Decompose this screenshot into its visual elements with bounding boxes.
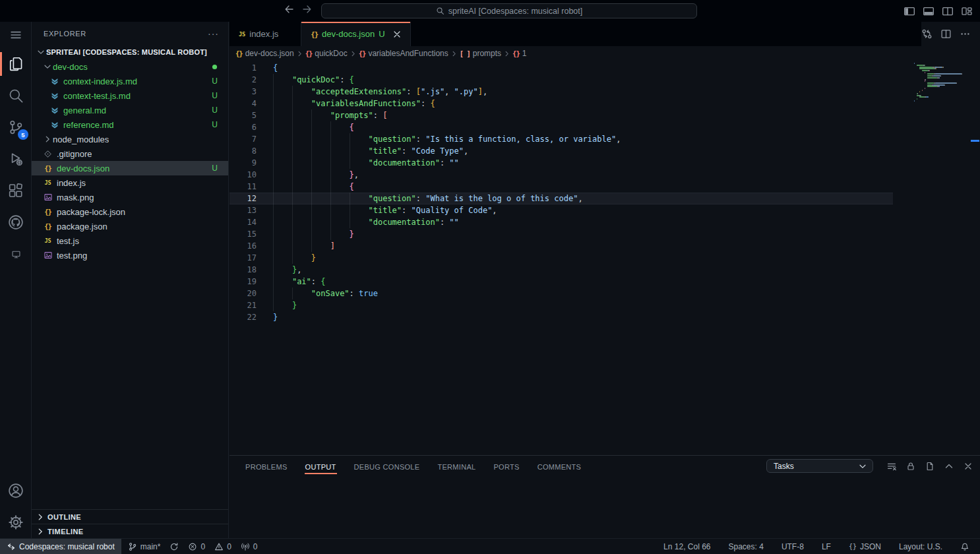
tree-folder-dev-docs[interactable]: dev-docs bbox=[32, 59, 228, 74]
open-editor-icon[interactable] bbox=[925, 461, 935, 472]
line-tokens: } bbox=[273, 301, 297, 310]
file-label: index.js bbox=[57, 178, 86, 188]
activity-search[interactable] bbox=[0, 80, 32, 111]
line-tokens: "prompts": [ bbox=[273, 111, 387, 120]
status-text: Codespaces: musical robot bbox=[19, 542, 115, 551]
tree-file-dev-docs-json[interactable]: {}dev-docs.jsonU bbox=[32, 161, 228, 175]
line-number: 14 bbox=[230, 216, 257, 228]
tree-file-test-png[interactable]: test.png bbox=[32, 248, 228, 262]
close-icon[interactable] bbox=[963, 461, 973, 472]
activity-account[interactable] bbox=[0, 475, 32, 507]
status-encoding[interactable]: UTF-8 bbox=[779, 539, 807, 554]
breadcrumb-item[interactable]: {}dev-docs.json bbox=[235, 49, 294, 58]
views-more-icon[interactable]: ··· bbox=[208, 28, 219, 39]
img-file-icon bbox=[44, 193, 53, 202]
compare-icon[interactable] bbox=[921, 28, 933, 40]
tree-file-package-json[interactable]: {}package.json bbox=[32, 219, 228, 233]
lock-icon[interactable] bbox=[905, 461, 916, 472]
overview-ruler[interactable] bbox=[971, 61, 980, 455]
breadcrumb-item[interactable]: [ ]prompts bbox=[460, 49, 501, 58]
activity-github[interactable] bbox=[0, 206, 32, 238]
split-editor-icon[interactable] bbox=[940, 28, 952, 40]
editor-pane[interactable]: 1{2 "quickDoc": {3 "acceptedExtensions":… bbox=[230, 61, 980, 455]
command-center-search[interactable]: spriteAI [Codespaces: musical robot] bbox=[321, 3, 697, 18]
tab-index-js[interactable]: JSindex.js bbox=[230, 22, 301, 46]
panel-tab-output[interactable]: OUTPUT bbox=[305, 458, 337, 475]
panel-tab-debug-console[interactable]: DEBUG CONSOLE bbox=[353, 458, 421, 475]
status-eol[interactable]: LF bbox=[819, 539, 834, 554]
breadcrumb-label: prompts bbox=[473, 49, 501, 58]
remote-icon bbox=[7, 542, 16, 551]
status-sync[interactable] bbox=[167, 539, 181, 554]
minimap[interactable] bbox=[910, 61, 971, 102]
status-keyboard-layout[interactable]: Layout: U.S. bbox=[896, 539, 945, 554]
indent-guide bbox=[350, 157, 350, 169]
tab-dev-docs-json[interactable]: {}dev-docs.jsonU bbox=[301, 22, 410, 46]
status-cursor-position[interactable]: Ln 12, Col 66 bbox=[661, 539, 713, 554]
layout-sidebar-icon[interactable] bbox=[903, 5, 916, 18]
status-ports[interactable]: 0 bbox=[238, 539, 260, 554]
code-line-10: 10 }, bbox=[230, 169, 893, 181]
activity-menu[interactable] bbox=[0, 22, 32, 48]
status-remote-indicator[interactable]: Codespaces: musical robot bbox=[0, 539, 121, 554]
status-indentation[interactable]: Spaces: 4 bbox=[726, 539, 766, 554]
md-file-icon bbox=[49, 106, 60, 115]
tree-file-index-js[interactable]: JSindex.js bbox=[32, 175, 228, 190]
close-icon[interactable] bbox=[392, 29, 402, 40]
tree-folder-node-modules[interactable]: node_modules bbox=[32, 132, 228, 146]
js-file-icon: JS bbox=[239, 31, 245, 38]
line-tokens: "question": "What is the log o of this c… bbox=[273, 194, 583, 203]
indent-guide bbox=[273, 86, 274, 98]
tree-file--gitignore[interactable]: .gitignore bbox=[32, 146, 228, 161]
line-number: 15 bbox=[230, 228, 257, 240]
status-warnings[interactable]: 0 bbox=[212, 539, 234, 554]
status-errors[interactable]: 0 bbox=[185, 539, 208, 554]
breadcrumb-item[interactable]: {}variablesAndFunctions bbox=[359, 49, 448, 58]
tree-file-package-lock-json[interactable]: {}package-lock.json bbox=[32, 204, 228, 219]
editor-actions bbox=[921, 22, 980, 46]
tree-file-test-js[interactable]: JStest.js bbox=[32, 233, 228, 248]
code-line-15: 15 } bbox=[230, 228, 893, 240]
activity-remote-window[interactable] bbox=[0, 238, 32, 270]
activity-files[interactable] bbox=[0, 48, 32, 80]
scm-changes-badge: 5 bbox=[18, 129, 28, 140]
tree-file-context-index-js-md[interactable]: context-index.js.mdU bbox=[32, 74, 228, 88]
status-branch[interactable]: main* bbox=[125, 539, 164, 554]
layout-custom-icon[interactable] bbox=[960, 5, 973, 18]
breadcrumb-item[interactable]: {}1 bbox=[512, 49, 526, 58]
tree-file-general-md[interactable]: general.mdU bbox=[32, 103, 228, 117]
back-arrow-icon[interactable] bbox=[284, 4, 294, 15]
status-language-mode[interactable]: {}JSON bbox=[846, 539, 884, 554]
panel-tab-comments[interactable]: COMMENTS bbox=[537, 458, 582, 475]
tree-root-folder[interactable]: SPRITEAI [CODESPACES: MUSICAL ROBOT] bbox=[32, 45, 228, 59]
indent-guide bbox=[311, 109, 312, 121]
forward-arrow-icon[interactable] bbox=[302, 4, 313, 15]
activity-settings-gear[interactable] bbox=[0, 507, 32, 538]
activity-source-control[interactable]: 5 bbox=[0, 111, 32, 143]
tree-file-reference-md[interactable]: reference.mdU bbox=[32, 117, 228, 132]
panel-actions: Tasks bbox=[766, 459, 973, 473]
panel-tab-ports[interactable]: PORTS bbox=[493, 458, 520, 475]
chevron-up-icon[interactable] bbox=[944, 461, 954, 472]
line-tokens: "variablesAndFunctions": { bbox=[273, 99, 435, 108]
tree-file-context-test-js-md[interactable]: context-test.js.mdU bbox=[32, 88, 228, 103]
clear-output-icon[interactable] bbox=[886, 461, 897, 472]
layout-panel-icon[interactable] bbox=[922, 5, 935, 18]
breadcrumb-item[interactable]: {}quickDoc bbox=[305, 49, 348, 58]
activity-extensions[interactable] bbox=[0, 175, 32, 206]
activity-debug[interactable] bbox=[0, 143, 32, 175]
line-number: 16 bbox=[230, 240, 257, 252]
ellipsis-icon[interactable] bbox=[960, 28, 971, 40]
output-channel-select[interactable]: Tasks bbox=[766, 459, 873, 473]
line-content: } bbox=[257, 311, 893, 323]
panel-body bbox=[230, 476, 980, 539]
status-notifications[interactable] bbox=[958, 539, 972, 554]
outline-section[interactable]: OUTLINE bbox=[32, 509, 228, 524]
code-line-13: 13 "title": "Quality of Code", bbox=[230, 204, 893, 216]
sync-icon bbox=[169, 542, 179, 551]
panel-tab-problems[interactable]: PROBLEMS bbox=[245, 458, 288, 475]
panel-tab-terminal[interactable]: TERMINAL bbox=[437, 458, 476, 475]
tree-file-mask-png[interactable]: mask.png bbox=[32, 190, 228, 204]
timeline-section[interactable]: TIMELINE bbox=[32, 524, 228, 538]
layout-columns-icon[interactable] bbox=[941, 5, 954, 18]
